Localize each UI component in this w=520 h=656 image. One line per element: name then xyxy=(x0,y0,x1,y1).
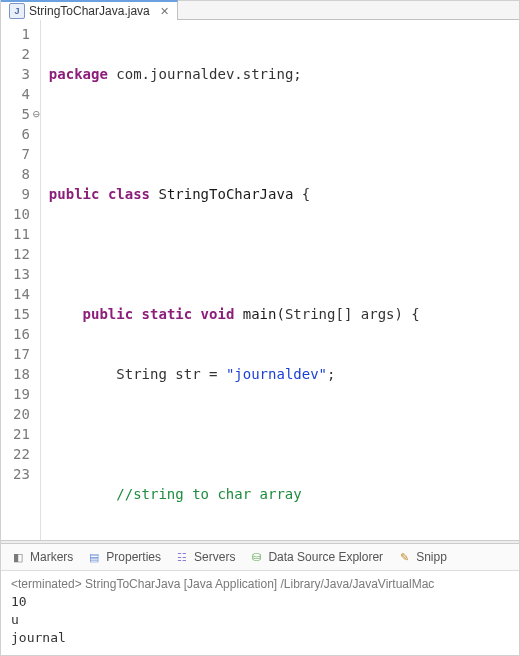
properties-icon: ▤ xyxy=(87,550,101,564)
editor-tab-active[interactable]: J StringToCharJava.java ✕ xyxy=(1,0,178,20)
line-number: 20 xyxy=(13,404,30,424)
line-number: 15 xyxy=(13,304,30,324)
view-label: Snipp xyxy=(416,550,447,564)
code-editor[interactable]: 1 2 3 4 5 6 7 8 9 10 11 12 13 14 15 16 1… xyxy=(1,20,519,540)
code-line: package com.journaldev.string; xyxy=(49,64,511,84)
view-markers[interactable]: ◧Markers xyxy=(11,550,73,564)
line-number: 10 xyxy=(13,204,30,224)
line-number: 9 xyxy=(13,184,30,204)
line-number: 13 xyxy=(13,264,30,284)
code-line: String str = "journaldev"; xyxy=(49,364,511,384)
java-file-icon: J xyxy=(9,3,25,19)
editor-tabbar: J StringToCharJava.java ✕ xyxy=(1,1,519,20)
line-number: 18 xyxy=(13,364,30,384)
code-line: public class StringToCharJava { xyxy=(49,184,511,204)
console-line: journal xyxy=(11,629,509,647)
view-snippets[interactable]: ✎Snipp xyxy=(397,550,447,564)
view-label: Data Source Explorer xyxy=(268,550,383,564)
line-number: 22 xyxy=(13,444,30,464)
view-label: Servers xyxy=(194,550,235,564)
database-icon: ⛁ xyxy=(249,550,263,564)
view-label: Properties xyxy=(106,550,161,564)
code-line xyxy=(49,244,511,264)
line-number: 19 xyxy=(13,384,30,404)
view-servers[interactable]: ☷Servers xyxy=(175,550,235,564)
line-number: 21 xyxy=(13,424,30,444)
line-number: 4 xyxy=(13,84,30,104)
line-number: 2 xyxy=(13,44,30,64)
code-line xyxy=(49,424,511,444)
view-label: Markers xyxy=(30,550,73,564)
line-number: 16 xyxy=(13,324,30,344)
line-number: 8 xyxy=(13,164,30,184)
view-datasource[interactable]: ⛁Data Source Explorer xyxy=(249,550,383,564)
close-icon[interactable]: ✕ xyxy=(160,5,169,18)
ide-window: J StringToCharJava.java ✕ 1 2 3 4 5 6 7 … xyxy=(0,0,520,656)
view-properties[interactable]: ▤Properties xyxy=(87,550,161,564)
line-number: 12 xyxy=(13,244,30,264)
code-line: public static void main(String[] args) { xyxy=(49,304,511,324)
line-number: 14 xyxy=(13,284,30,304)
line-number-gutter: 1 2 3 4 5 6 7 8 9 10 11 12 13 14 15 16 1… xyxy=(1,20,41,540)
code-line xyxy=(49,124,511,144)
console-output[interactable]: 10 u journal xyxy=(1,593,519,655)
run-config-status: <terminated> StringToCharJava [Java Appl… xyxy=(1,571,519,593)
code-line: //string to char array xyxy=(49,484,511,504)
line-number: 7 xyxy=(13,144,30,164)
line-number: 6 xyxy=(13,124,30,144)
console-line: 10 xyxy=(11,593,509,611)
markers-icon: ◧ xyxy=(11,550,25,564)
line-number: 17 xyxy=(13,344,30,364)
console-line: u xyxy=(11,611,509,629)
tab-filename: StringToCharJava.java xyxy=(29,4,150,18)
line-number: 3 xyxy=(13,64,30,84)
bottom-panel: ◧Markers ▤Properties ☷Servers ⛁Data Sour… xyxy=(1,544,519,655)
code-area[interactable]: package com.journaldev.string; public cl… xyxy=(41,20,519,540)
line-number: 5 xyxy=(13,104,30,124)
line-number: 23 xyxy=(13,464,30,484)
views-tabbar: ◧Markers ▤Properties ☷Servers ⛁Data Sour… xyxy=(1,544,519,571)
servers-icon: ☷ xyxy=(175,550,189,564)
line-number: 11 xyxy=(13,224,30,244)
snippet-icon: ✎ xyxy=(397,550,411,564)
line-number: 1 xyxy=(13,24,30,44)
